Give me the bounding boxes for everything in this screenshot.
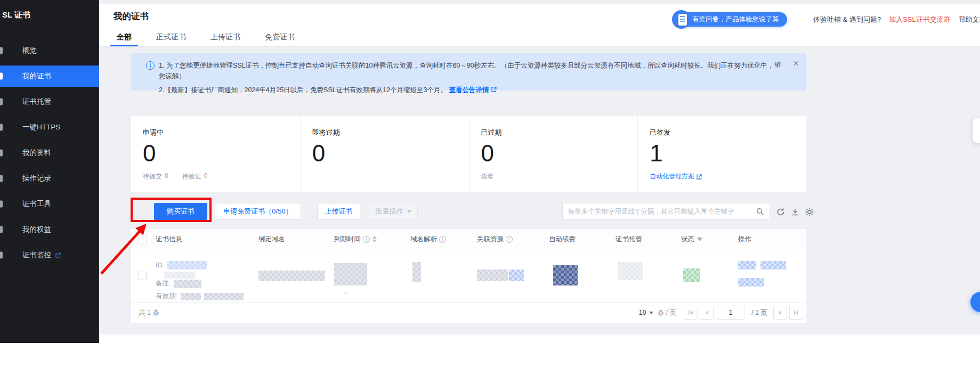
buy-cert-button[interactable]: 购买证书 <box>154 203 207 220</box>
info-icon[interactable]: i <box>363 236 370 243</box>
page-size-select[interactable]: 10 <box>639 309 653 316</box>
redacted-action-link-1[interactable] <box>738 261 756 270</box>
sidebar-item-cert-tools[interactable]: 证书工具 <box>0 193 99 215</box>
main-content: 我的证书 有奖问卷，产品体验您说了算 体验吐槽 & 遇到问题? 加入SSL证书交… <box>99 0 980 334</box>
redacted-hosting <box>618 262 643 280</box>
close-icon[interactable]: × <box>793 58 799 68</box>
select-all-checkbox[interactable] <box>139 235 147 243</box>
tab-paid-certs[interactable]: 正式证书 <box>150 28 192 46</box>
tab-all[interactable]: 全部 <box>110 28 138 46</box>
notice-line-2: 2.【最新】接证书厂商通知，2024年4月25日以后，免费SSL证书有效期将从1… <box>159 85 785 95</box>
survey-doc-icon <box>678 14 687 26</box>
tab-label: 上传证书 <box>210 32 240 42</box>
survey-banner-label: 有奖问卷，产品体验您说了算 <box>692 15 779 24</box>
benefits-icon <box>0 226 3 233</box>
apply-free-cert-button[interactable]: 申请免费证书（0/50） <box>215 203 301 220</box>
sidebar-item-operation-records[interactable]: 操作记录 <box>0 168 99 189</box>
floating-help-button[interactable] <box>970 292 980 312</box>
join-group-link[interactable]: 加入SSL证书交流群 <box>889 15 951 24</box>
sidebar-item-my-benefits[interactable]: 我的权益 <box>0 219 99 240</box>
overview-icon <box>0 47 3 54</box>
expiry-dots: .. <box>344 288 347 295</box>
feedback-text: 体验吐槽 & 遇到问题? <box>813 15 881 24</box>
ssl-console-page: SL 证书 概览 我的证书 证书托管 一键HTTPS 我的资料 <box>0 0 980 392</box>
floating-panel-handle[interactable] <box>973 118 980 143</box>
tab-label: 免费证书 <box>265 32 295 42</box>
sidebar-item-cert-monitor[interactable]: 证书监控 <box>0 244 99 266</box>
upload-cert-button[interactable]: 上传证书 <box>317 203 360 220</box>
prev-page-button[interactable] <box>700 306 714 320</box>
notice-line-2-text: 2.【最新】接证书厂商通知，2024年4月25日以后，免费SSL证书有效期将从1… <box>159 86 447 94</box>
redacted-domain <box>258 271 325 281</box>
sidebar-item-label: 一键HTTPS <box>22 123 60 132</box>
first-page-button[interactable] <box>684 306 698 320</box>
column-cert-hosting: 证书托管 <box>615 229 642 249</box>
stat-value: 1 <box>650 142 801 165</box>
redacted-validity-1 <box>181 293 201 300</box>
tab-label: 全部 <box>117 32 132 42</box>
sidebar-item-label: 我的资料 <box>22 148 51 158</box>
stat-label: 已签发 <box>650 128 801 137</box>
info-icon: i <box>146 61 155 70</box>
download-icon[interactable] <box>790 207 800 217</box>
chevron-down-icon <box>407 210 411 215</box>
refresh-icon[interactable] <box>776 207 785 217</box>
info-icon[interactable]: i <box>506 236 513 243</box>
sidebar-item-overview[interactable]: 概览 <box>0 40 99 61</box>
sidebar-nav: 概览 我的证书 证书托管 一键HTTPS 我的资料 操作记录 <box>0 29 99 266</box>
external-link-icon <box>491 86 497 93</box>
tab-uploaded-certs[interactable]: 上传证书 <box>204 28 247 46</box>
redacted-auto-renewal-toggle[interactable] <box>553 265 578 285</box>
redacted-resources <box>477 270 508 281</box>
sidebar-item-label: 证书工具 <box>22 199 51 209</box>
search-icon[interactable] <box>756 207 764 216</box>
sidebar-title: SL 证书 <box>0 0 99 29</box>
next-page-button[interactable] <box>773 306 787 320</box>
column-dns-resolution: 域名解析 i <box>410 229 446 249</box>
certificates-table: 证书信息 绑定域名 到期时间 i 域名解析 i 关联资源 i <box>131 229 806 323</box>
gear-icon[interactable] <box>805 207 814 217</box>
sidebar-item-my-profile[interactable]: 我的资料 <box>0 142 99 164</box>
stat-expiring-soon: 即将过期 0 <box>300 116 469 192</box>
external-link-icon <box>696 174 702 180</box>
redacted-cert-id <box>167 261 207 270</box>
tab-free-certs[interactable]: 免费证书 <box>258 28 301 46</box>
sort-icon[interactable] <box>372 236 377 242</box>
stat-label: 即将过期 <box>312 128 464 137</box>
view-expired-link[interactable]: 查看 <box>481 172 633 181</box>
stat-sub-row: 待提交 0 待验证 0 <box>143 172 295 181</box>
help-doc-link[interactable]: 帮助文档 <box>959 15 980 24</box>
cert-remark-line: 备注: <box>156 279 201 288</box>
last-page-button[interactable] <box>789 306 803 320</box>
redacted-expiry-date <box>334 263 367 285</box>
batch-actions-button[interactable]: 批量操作 <box>369 203 418 220</box>
hosting-icon <box>0 99 3 105</box>
survey-banner-button[interactable]: 有奖问卷，产品体验您说了算 <box>674 12 787 27</box>
stat-sub-to-submit[interactable]: 待提交 0 <box>143 172 168 181</box>
info-icon[interactable]: i <box>439 236 446 243</box>
stat-value: 0 <box>143 142 295 165</box>
sidebar-item-one-click-https[interactable]: 一键HTTPS <box>0 117 99 138</box>
sidebar-item-my-certificates[interactable]: 我的证书 <box>0 66 99 87</box>
records-icon <box>0 175 3 182</box>
announcement-link[interactable]: 查看公告详情 <box>449 86 489 94</box>
sidebar: SL 证书 概览 我的证书 证书托管 一键HTTPS 我的资料 <box>0 0 99 343</box>
sidebar-item-label: 证书托管 <box>22 97 51 107</box>
stat-sub-to-verify[interactable]: 待验证 0 <box>182 172 208 181</box>
stats-card: 申请中 0 待提交 0 待验证 0 即将过期 0 已过期 <box>131 116 806 192</box>
search-input[interactable] <box>568 208 756 215</box>
top-links: 体验吐槽 & 遇到问题? 加入SSL证书交流群 帮助文档 <box>813 15 980 24</box>
automation-plan-link[interactable]: 自动化管理方案 <box>650 172 801 181</box>
redacted-action-link-3[interactable] <box>738 278 764 287</box>
notice-line-1: 1. 为了您能更便捷地管理SSL证书，控制台已支持自动查询证书关联的10种腾讯云… <box>159 60 785 81</box>
redacted-action-link-2[interactable] <box>760 261 786 270</box>
row-checkbox[interactable] <box>139 272 147 280</box>
sidebar-item-label: 概览 <box>22 46 37 55</box>
notice-banner: i 1. 为了您能更便捷地管理SSL证书，控制台已支持自动查询证书关联的10种腾… <box>131 53 806 91</box>
filter-icon[interactable] <box>697 238 702 244</box>
column-bound-domain: 绑定域名 <box>258 229 285 249</box>
page-number-input[interactable]: 1 <box>717 306 744 320</box>
sidebar-item-label: 操作记录 <box>22 174 51 183</box>
table-header: 证书信息 绑定域名 到期时间 i 域名解析 i 关联资源 i <box>131 229 806 249</box>
sidebar-item-cert-hosting[interactable]: 证书托管 <box>0 91 99 112</box>
